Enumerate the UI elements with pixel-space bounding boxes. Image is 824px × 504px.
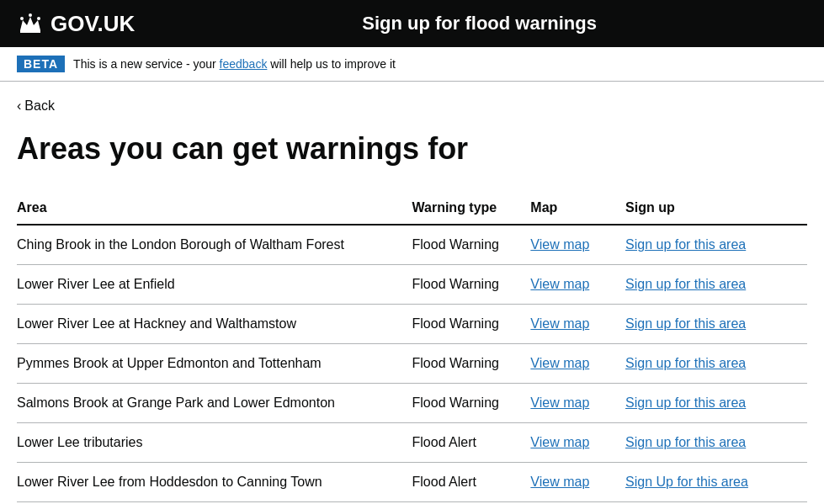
warning-type: Flood Alert [412,463,531,502]
signup-link[interactable]: Sign up for this area [625,435,746,449]
table-row: Lower River Lee at EnfieldFlood WarningV… [17,265,807,305]
area-name: Ching Brook in the London Borough of Wal… [17,225,412,265]
view-map-link[interactable]: View map [530,356,589,370]
col-signup: Sign up [625,192,807,225]
warning-type: Flood Warning [412,305,531,344]
table-row: Lower River Lee at Hackney and Walthamst… [17,305,807,344]
signup-cell: Sign up for this area [625,344,807,384]
map-cell: View map [530,225,625,265]
area-name: Lower River Lee at Hackney and Walthamst… [17,305,412,344]
beta-banner: BETA This is a new service - your feedba… [0,47,824,82]
warning-type: Flood Warning [412,344,531,384]
areas-table: Area Warning type Map Sign up Ching Broo… [17,192,807,502]
beta-tag: BETA [17,56,65,72]
warning-type: Flood Warning [412,384,531,423]
area-name: Lower River Lee at Enfield [17,265,412,305]
map-cell: View map [530,384,625,423]
svg-point-2 [20,17,24,20]
col-warning-type: Warning type [412,192,531,225]
table-row: Lower Lee tributariesFlood AlertView map… [17,423,807,463]
map-cell: View map [530,344,625,384]
svg-point-1 [29,13,32,17]
col-map: Map [530,192,625,225]
signup-cell: Sign up for this area [625,384,807,423]
warning-type: Flood Warning [412,225,531,265]
area-name: Salmons Brook at Grange Park and Lower E… [17,384,412,423]
area-name: Lower Lee tributaries [17,423,412,463]
table-row: Pymmes Brook at Upper Edmonton and Totte… [17,344,807,384]
back-label: Back [24,98,55,114]
back-chevron: ‹ [17,98,21,114]
table-row: Ching Brook in the London Borough of Wal… [17,225,807,265]
page-heading: Areas you can get warnings for [17,130,807,167]
signup-link[interactable]: Sign up for this area [625,237,746,252]
view-map-link[interactable]: View map [530,475,589,489]
view-map-link[interactable]: View map [530,277,589,291]
main-content: ‹ Back Areas you can get warnings for Ar… [0,82,824,504]
signup-link[interactable]: Sign Up for this area [625,475,748,489]
feedback-link[interactable]: feedback [220,57,268,71]
svg-rect-0 [20,30,40,33]
gov-uk-logo[interactable]: GOV.UK [17,10,135,37]
beta-banner-text: This is a new service - your feedback wi… [73,57,396,71]
view-map-link[interactable]: View map [530,395,589,410]
view-map-link[interactable]: View map [530,435,589,449]
view-map-link[interactable]: View map [530,237,589,252]
map-cell: View map [530,423,625,463]
signup-cell: Sign up for this area [625,225,807,265]
col-area: Area [17,192,412,225]
signup-link[interactable]: Sign up for this area [625,356,746,370]
signup-cell: Sign up for this area [625,423,807,463]
crown-icon [17,10,44,37]
signup-cell: Sign Up for this area [625,463,807,502]
header-title: Sign up for flood warnings [152,13,807,34]
warning-type: Flood Alert [412,423,531,463]
table-row: Lower River Lee from Hoddesdon to Cannin… [17,463,807,502]
gov-uk-text: GOV.UK [51,11,135,37]
back-link[interactable]: ‹ Back [17,98,55,114]
svg-point-3 [37,17,40,20]
map-cell: View map [530,463,625,502]
view-map-link[interactable]: View map [530,316,589,331]
area-name: Lower River Lee from Hoddesdon to Cannin… [17,463,412,502]
signup-cell: Sign up for this area [625,305,807,344]
table-header-row: Area Warning type Map Sign up [17,192,807,225]
table-row: Salmons Brook at Grange Park and Lower E… [17,384,807,423]
signup-cell: Sign up for this area [625,265,807,305]
map-cell: View map [530,305,625,344]
signup-link[interactable]: Sign up for this area [625,277,746,291]
map-cell: View map [530,265,625,305]
site-header: GOV.UK Sign up for flood warnings [0,0,824,47]
warning-type: Flood Warning [412,265,531,305]
signup-link[interactable]: Sign up for this area [625,316,746,331]
signup-link[interactable]: Sign up for this area [625,395,746,410]
area-name: Pymmes Brook at Upper Edmonton and Totte… [17,344,412,384]
